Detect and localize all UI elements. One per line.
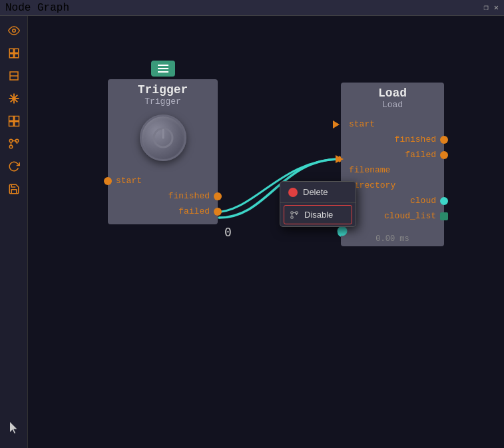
svg-point-16 (9, 139, 13, 142)
eye-icon[interactable] (5, 21, 23, 40)
load-port-cloud: cloud (341, 193, 444, 208)
node-canvas[interactable]: Trigger Trigger start (28, 16, 504, 448)
sidebar (0, 16, 28, 448)
load-node-subtitle: Load (348, 100, 437, 110)
load-failed-dot (440, 151, 448, 159)
load-failed-label: failed (405, 150, 436, 160)
trigger-node-body: start finished failed (108, 168, 218, 224)
refresh-icon[interactable] (5, 157, 23, 176)
load-port-directory: directory (341, 178, 444, 193)
context-delete-item[interactable]: Delete (280, 182, 356, 203)
trigger-port-start: start (108, 173, 218, 188)
titlebar-controls: ❐ ✕ (484, 3, 499, 13)
disable-icon (290, 210, 299, 220)
close-button[interactable]: ✕ (494, 3, 499, 13)
trigger-finished-dot (214, 192, 222, 200)
load-finished-label: finished (395, 134, 436, 144)
svg-rect-13 (9, 122, 13, 126)
titlebar: Node Graph ❐ ✕ (0, 0, 504, 16)
load-node[interactable]: Load Load start finished failed (341, 83, 444, 246)
load-port-failed: failed (341, 147, 444, 162)
edge-label: 0 (224, 225, 232, 239)
load-port-cloud-list: cloud_list (341, 208, 444, 224)
context-disable-item-wrapper: Disable (284, 205, 352, 224)
titlebar-title: Node Graph (5, 2, 69, 14)
load-cloud-list-dot (440, 212, 448, 220)
load-filename-label: filename (349, 165, 390, 175)
context-disable-item[interactable]: Disable (284, 206, 352, 224)
svg-point-27 (291, 211, 294, 214)
load-cloud-list-label: cloud_list (384, 211, 436, 221)
trigger-failed-dot (214, 208, 222, 216)
svg-point-15 (9, 145, 13, 148)
svg-point-0 (12, 29, 15, 33)
trigger-failed-label: failed (178, 206, 210, 216)
node-square-icon[interactable] (5, 67, 23, 85)
load-node-title: Load (348, 87, 437, 100)
load-start-arrow (333, 120, 340, 128)
load-cloud-dot (440, 197, 448, 205)
trigger-node-subtitle: Trigger (115, 97, 211, 107)
load-node-header: Load Load (341, 83, 444, 111)
save-icon[interactable] (5, 180, 23, 198)
load-port-filename: filename (341, 162, 444, 178)
load-node-footer: 0.00 ms (341, 229, 444, 246)
node-menu-icon[interactable] (151, 61, 175, 77)
trigger-port-finished: finished (108, 188, 218, 204)
trigger-node[interactable]: Trigger Trigger start (108, 79, 218, 224)
trigger-start-dot (104, 177, 112, 185)
power-button[interactable] (140, 114, 186, 161)
load-timing: 0.00 ms (376, 234, 409, 244)
svg-rect-3 (9, 54, 13, 58)
trigger-node-header: Trigger Trigger (108, 79, 218, 108)
load-node-body: start finished failed filename (341, 111, 444, 229)
layers-icon[interactable] (5, 44, 23, 63)
trigger-start-label: start (116, 176, 142, 186)
svg-rect-4 (14, 54, 18, 58)
trigger-port-failed: failed (108, 204, 218, 219)
svg-point-26 (291, 216, 294, 218)
load-start-label: start (349, 119, 375, 129)
restore-button[interactable]: ❐ (484, 3, 489, 13)
svg-rect-14 (14, 122, 19, 126)
svg-rect-1 (9, 49, 13, 53)
context-menu: Delete Disable (280, 181, 356, 227)
grid-icon[interactable] (5, 112, 23, 130)
trigger-finished-label: finished (168, 191, 210, 201)
svg-rect-2 (14, 49, 18, 53)
cursor-icon (5, 419, 23, 437)
power-button-area (108, 108, 218, 168)
asterisk-icon[interactable] (5, 89, 23, 108)
delete-icon (288, 188, 298, 197)
svg-rect-12 (14, 116, 19, 121)
svg-rect-11 (9, 116, 13, 121)
branch-icon[interactable] (5, 134, 23, 153)
delete-label: Delete (303, 187, 328, 197)
main-area: Trigger Trigger start (0, 16, 504, 448)
trigger-node-title: Trigger (115, 83, 211, 97)
load-finished-dot (440, 136, 448, 144)
load-port-finished: finished (341, 132, 444, 147)
load-port-start: start (341, 116, 444, 132)
load-cloud-label: cloud (410, 196, 436, 206)
disable-label: Disable (304, 210, 333, 220)
